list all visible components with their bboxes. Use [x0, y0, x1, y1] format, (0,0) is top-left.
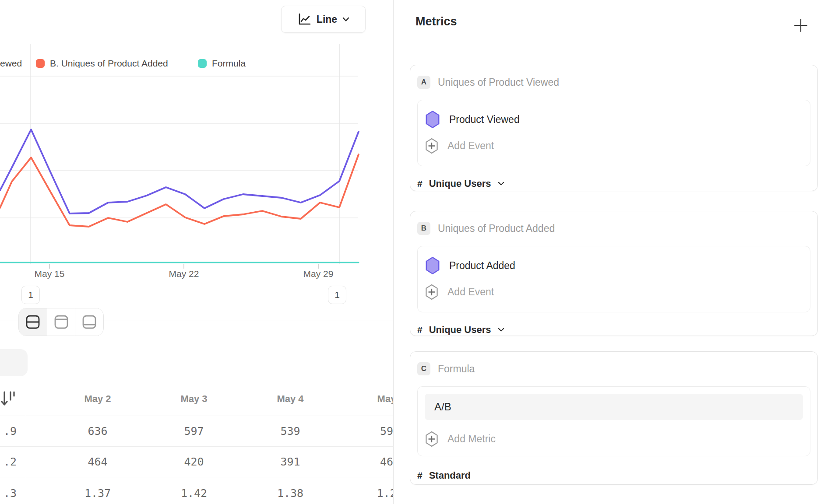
- plus-icon: [793, 18, 809, 33]
- event-name: Product Viewed: [449, 114, 520, 126]
- chart-section: Line ewed B. Uniques of Product Added Fo…: [0, 0, 393, 504]
- metric-card-header: C Formula: [417, 362, 810, 375]
- x-axis-label: May 22: [158, 269, 210, 279]
- hash-icon: #: [417, 470, 423, 481]
- column-header-may3[interactable]: May 3: [159, 393, 229, 405]
- table-cell: 636: [63, 425, 133, 438]
- line-chart-canvas[interactable]: [0, 0, 393, 284]
- table-cell: 1.38: [255, 487, 325, 500]
- table-cell: 597: [159, 425, 229, 438]
- column-header-may4[interactable]: May 4: [255, 393, 325, 405]
- legend-item-viewed[interactable]: ewed: [0, 57, 22, 70]
- table-cell: 420: [159, 455, 229, 468]
- add-metric-button[interactable]: Add Metric: [425, 430, 803, 447]
- frozen-column-divider: [26, 380, 26, 504]
- metric-card-title: Uniques of Product Viewed: [438, 77, 559, 88]
- annotation-badge[interactable]: 1: [21, 286, 40, 304]
- add-event-label: Add Event: [447, 286, 494, 298]
- metric-letter-badge: A: [417, 76, 430, 89]
- event-selector[interactable]: Product Added: [425, 256, 803, 275]
- aggregation-label: Unique Users: [429, 178, 491, 189]
- metric-card-header: B Uniques of Product Added: [417, 222, 810, 235]
- event-selector[interactable]: Product Viewed: [425, 110, 803, 129]
- legend-swatch: [36, 59, 45, 68]
- chevron-down-icon: [498, 328, 504, 332]
- hexagon-plus-icon: [425, 138, 439, 154]
- row-separator: [0, 416, 393, 416]
- line-chart-icon: [297, 12, 311, 26]
- split-horizontal-icon: [25, 315, 40, 329]
- layout-toggle-split[interactable]: [19, 308, 47, 336]
- table-cell: 391: [255, 455, 325, 468]
- metric-letter-badge: C: [417, 362, 430, 375]
- column-header-may2[interactable]: May 2: [63, 393, 133, 405]
- add-event-button[interactable]: Add Event: [425, 137, 803, 154]
- add-event-label: Add Event: [447, 140, 494, 152]
- chart-series-lines: [0, 130, 359, 262]
- x-axis-label: May 29: [292, 269, 345, 279]
- metric-card-a: A Uniques of Product Viewed Product View…: [410, 65, 818, 191]
- metric-card-title: Uniques of Product Added: [438, 223, 555, 234]
- legend-label: ewed: [0, 58, 22, 69]
- metrics-panel-title: Metrics: [416, 15, 457, 28]
- hexagon-plus-icon: [425, 431, 439, 447]
- legend-item-added[interactable]: B. Uniques of Product Added: [36, 57, 168, 70]
- hash-icon: #: [417, 178, 423, 189]
- table-cell: 1.42: [159, 487, 229, 500]
- aggregation-dropdown[interactable]: # Unique Users: [417, 178, 810, 189]
- hexagon-plus-icon: [425, 284, 439, 300]
- row-separator: [0, 446, 393, 447]
- metric-letter-badge: B: [417, 222, 430, 235]
- frozen-cell: .9: [0, 425, 17, 438]
- table-cell: 464: [63, 455, 133, 468]
- column-header-may5[interactable]: May: [352, 393, 393, 405]
- formula-type-label: Standard: [429, 470, 471, 481]
- formula-input[interactable]: A/B: [425, 394, 803, 420]
- frozen-cell: .2: [0, 455, 17, 468]
- annotation-badge[interactable]: 1: [328, 286, 346, 304]
- aggregation-label: Unique Users: [429, 324, 491, 336]
- formula-type-dropdown[interactable]: # Standard: [417, 470, 810, 481]
- event-hexagon-icon: [425, 110, 440, 129]
- table-cell: 539: [255, 425, 325, 438]
- legend-label: Formula: [212, 58, 246, 69]
- formula-box: A/B Add Metric: [417, 386, 810, 456]
- chevron-down-icon: [342, 17, 349, 22]
- legend-item-formula[interactable]: Formula: [198, 57, 246, 70]
- legend-label: B. Uniques of Product Added: [50, 58, 168, 69]
- legend-swatch: [198, 59, 207, 68]
- layout-toggle-chart-only[interactable]: [47, 308, 75, 336]
- event-hexagon-icon: [425, 256, 440, 275]
- layout-toggle-group: [18, 308, 104, 336]
- metric-card-header: A Uniques of Product Viewed: [417, 76, 810, 89]
- metrics-panel: Metrics A Uniques of Product Viewed Prod…: [393, 0, 831, 504]
- event-box: Product Added Add Event: [417, 246, 810, 312]
- metric-card-title: Formula: [438, 363, 475, 375]
- table-cell: 46: [352, 455, 393, 468]
- x-axis-label: May 15: [23, 269, 76, 279]
- panel-top-icon: [54, 315, 69, 329]
- event-name: Product Added: [449, 260, 515, 272]
- table-tab-pill[interactable]: [0, 349, 28, 376]
- event-box: Product Viewed Add Event: [417, 100, 810, 166]
- layout-toggle-table-only[interactable]: [75, 308, 103, 336]
- table-cell: 1.37: [63, 487, 133, 500]
- add-metric-plus-button[interactable]: [792, 17, 810, 34]
- metric-card-b: B Uniques of Product Added Product Added…: [410, 211, 818, 336]
- row-separator: [0, 477, 393, 477]
- chevron-down-icon: [498, 182, 504, 186]
- table-cell: 59: [352, 425, 393, 438]
- table-cell: 1.2: [352, 487, 393, 500]
- panel-bottom-icon: [82, 315, 97, 329]
- sort-descending-icon[interactable]: [0, 391, 16, 407]
- frozen-cell: .3: [0, 487, 17, 500]
- add-event-button[interactable]: Add Event: [425, 284, 803, 300]
- add-metric-label: Add Metric: [447, 433, 496, 445]
- hash-icon: #: [417, 325, 423, 335]
- metric-card-formula: C Formula A/B Add Metric # Standard: [410, 351, 818, 485]
- chart-type-button[interactable]: Line: [281, 6, 366, 33]
- chart-type-label: Line: [317, 14, 337, 25]
- aggregation-dropdown[interactable]: # Unique Users: [417, 324, 810, 336]
